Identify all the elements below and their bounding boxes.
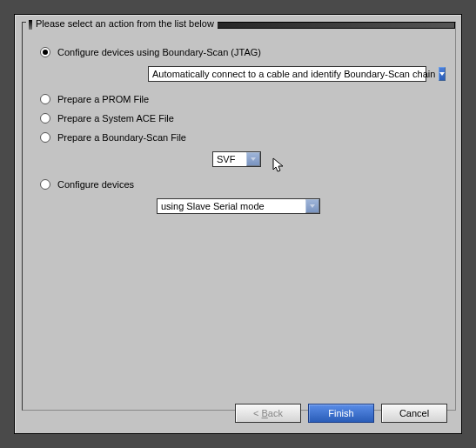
configure-mode-combo-wrap: using Slave Serial mode bbox=[157, 198, 443, 214]
group-title: Please select an action from the list be… bbox=[36, 18, 214, 29]
option-prom-file[interactable]: Prepare a PROM File bbox=[40, 94, 443, 104]
options-area: Configure devices using Boundary-Scan (J… bbox=[40, 47, 443, 226]
boundary-scan-combo-wrap: Automatically connect to a cable and ide… bbox=[148, 66, 443, 82]
radio-icon bbox=[40, 179, 50, 190]
radio-icon bbox=[40, 132, 50, 143]
cancel-button[interactable]: Cancel bbox=[381, 404, 447, 423]
option-system-ace-file[interactable]: Prepare a System ACE File bbox=[40, 113, 443, 124]
boundary-scan-combo[interactable]: Automatically connect to a cable and ide… bbox=[148, 66, 426, 82]
combo-value: SVF bbox=[213, 154, 246, 164]
group-title-wrap: Please select an action from the list be… bbox=[26, 18, 218, 30]
bsfile-combo-wrap: SVF bbox=[212, 151, 443, 167]
combo-value: Automatically connect to a cable and ide… bbox=[149, 69, 439, 79]
combo-value: using Slave Serial mode bbox=[158, 201, 305, 211]
action-groupbox: Please select an action from the list be… bbox=[22, 22, 456, 411]
bsfile-format-combo[interactable]: SVF bbox=[212, 151, 261, 167]
option-boundary-scan-file[interactable]: Prepare a Boundary-Scan File bbox=[40, 132, 443, 143]
chevron-down-icon[interactable] bbox=[305, 199, 319, 213]
radio-label: Configure devices using Boundary-Scan (J… bbox=[57, 47, 261, 57]
chevron-down-icon[interactable] bbox=[246, 152, 260, 166]
radio-label: Prepare a PROM File bbox=[57, 94, 149, 104]
option-boundary-scan[interactable]: Configure devices using Boundary-Scan (J… bbox=[40, 47, 443, 57]
radio-label: Prepare a Boundary-Scan File bbox=[57, 132, 186, 143]
button-label: Finish bbox=[328, 408, 353, 418]
radio-label: Configure devices bbox=[57, 179, 134, 190]
configure-mode-combo[interactable]: using Slave Serial mode bbox=[157, 198, 320, 214]
chevron-down-icon[interactable] bbox=[439, 67, 446, 81]
radio-icon bbox=[40, 47, 50, 57]
back-button: < Back bbox=[235, 404, 301, 423]
button-label: Cancel bbox=[399, 408, 429, 418]
dialog-window: Please select an action from the list be… bbox=[14, 14, 462, 434]
radio-label: Prepare a System ACE File bbox=[57, 113, 174, 124]
finish-button[interactable]: Finish bbox=[308, 404, 374, 423]
title-marker bbox=[29, 20, 32, 30]
radio-icon bbox=[40, 113, 50, 124]
radio-icon bbox=[40, 94, 50, 104]
option-configure-devices[interactable]: Configure devices bbox=[40, 179, 443, 190]
button-bar: < Back Finish Cancel bbox=[235, 404, 447, 423]
button-label: < Back bbox=[253, 408, 283, 418]
